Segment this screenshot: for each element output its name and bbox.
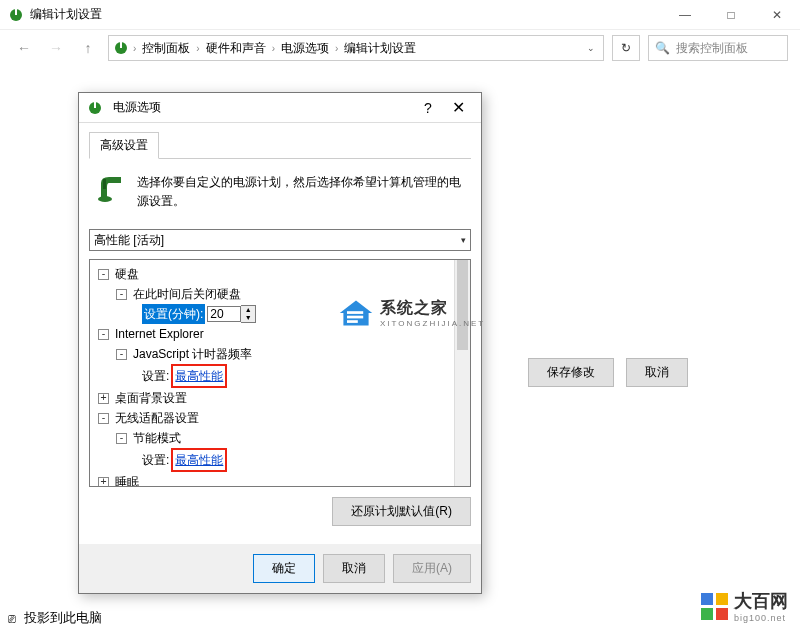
dialog-title: 电源选项 bbox=[113, 99, 161, 116]
chevron-right-icon: › bbox=[272, 43, 275, 54]
help-button[interactable]: ? bbox=[413, 100, 443, 116]
up-button[interactable]: ↑ bbox=[76, 36, 100, 60]
close-button[interactable]: ✕ bbox=[754, 0, 800, 30]
chevron-right-icon: › bbox=[196, 43, 199, 54]
node-desktop-bg[interactable]: 桌面背景设置 bbox=[115, 388, 187, 408]
restore-defaults-button[interactable]: 还原计划默认值(R) bbox=[332, 497, 471, 526]
power-options-dialog: 电源选项 ? ✕ 高级设置 选择你要自定义的电源计划，然后选择你希望计算机管理的… bbox=[78, 92, 482, 594]
setting-label: 设置: bbox=[142, 366, 169, 386]
svg-rect-3 bbox=[120, 42, 122, 48]
setting-max-perf-1[interactable]: 最高性能 bbox=[175, 369, 223, 383]
scrollbar-thumb[interactable] bbox=[457, 260, 468, 350]
chevron-down-icon: ▾ bbox=[461, 235, 466, 245]
svg-rect-1 bbox=[15, 9, 17, 15]
crumb-power-options[interactable]: 电源选项 bbox=[279, 38, 331, 59]
power-icon bbox=[113, 40, 129, 56]
setting-label: 设置: bbox=[142, 450, 169, 470]
power-meter-icon bbox=[95, 173, 127, 205]
dialog-description: 选择你要自定义的电源计划，然后选择你希望计算机管理的电源设置。 bbox=[137, 173, 465, 211]
search-input[interactable]: 🔍 搜索控制面板 bbox=[648, 35, 788, 61]
power-icon bbox=[87, 100, 103, 116]
node-wireless[interactable]: 无线适配器设置 bbox=[115, 408, 199, 428]
collapse-icon[interactable]: - bbox=[98, 269, 109, 280]
chevron-right-icon: › bbox=[133, 43, 136, 54]
back-button[interactable]: ← bbox=[12, 36, 36, 60]
search-icon: 🔍 bbox=[655, 41, 670, 55]
collapse-icon[interactable]: - bbox=[98, 329, 109, 340]
projector-icon: ⎚ bbox=[8, 611, 16, 626]
chevron-down-icon[interactable]: ⌄ bbox=[583, 43, 599, 53]
node-js-timer[interactable]: JavaScript 计时器频率 bbox=[133, 344, 252, 364]
power-icon bbox=[8, 7, 24, 23]
settings-tree[interactable]: -硬盘 -在此时间后关闭硬盘 设置(分钟): ▲▼ -Internet Expl… bbox=[92, 264, 452, 486]
watermark2-title: 大百网 bbox=[734, 589, 788, 613]
expand-icon[interactable]: + bbox=[98, 393, 109, 404]
crumb-control-panel[interactable]: 控制面板 bbox=[140, 38, 192, 59]
dialog-titlebar: 电源选项 ? ✕ bbox=[79, 93, 481, 123]
breadcrumb[interactable]: › 控制面板 › 硬件和声音 › 电源选项 › 编辑计划设置 ⌄ bbox=[108, 35, 604, 61]
dialog-close-button[interactable]: ✕ bbox=[443, 98, 473, 117]
setting-max-perf-2[interactable]: 最高性能 bbox=[175, 453, 223, 467]
refresh-button[interactable]: ↻ bbox=[612, 35, 640, 61]
logo-squares bbox=[701, 593, 728, 620]
node-hdd[interactable]: 硬盘 bbox=[115, 264, 139, 284]
svg-rect-7 bbox=[103, 179, 106, 189]
node-ie[interactable]: Internet Explorer bbox=[115, 324, 204, 344]
spin-up[interactable]: ▲ bbox=[241, 306, 255, 314]
setting-minutes-label[interactable]: 设置(分钟): bbox=[142, 304, 205, 324]
minutes-spinner[interactable]: ▲▼ bbox=[207, 305, 256, 323]
node-hdd-off[interactable]: 在此时间后关闭硬盘 bbox=[133, 284, 241, 304]
minutes-input[interactable] bbox=[207, 306, 241, 322]
watermark-big100: 大百网 big100.net bbox=[701, 589, 788, 623]
tab-strip: 高级设置 bbox=[89, 131, 471, 159]
collapse-icon[interactable]: - bbox=[116, 289, 127, 300]
collapse-icon[interactable]: - bbox=[98, 413, 109, 424]
collapse-icon[interactable]: - bbox=[116, 433, 127, 444]
minimize-button[interactable]: — bbox=[662, 0, 708, 30]
task-label: 投影到此电脑 bbox=[24, 609, 102, 627]
forward-button[interactable]: → bbox=[44, 36, 68, 60]
node-sleep[interactable]: 睡眠 bbox=[115, 472, 139, 486]
ok-button[interactable]: 确定 bbox=[253, 554, 315, 583]
plan-select[interactable]: 高性能 [活动] ▾ bbox=[89, 229, 471, 251]
apply-button[interactable]: 应用(A) bbox=[393, 554, 471, 583]
dialog-cancel-button[interactable]: 取消 bbox=[323, 554, 385, 583]
task-item[interactable]: ⎚ 投影到此电脑 bbox=[8, 609, 102, 627]
plan-selected-value: 高性能 [活动] bbox=[94, 232, 164, 249]
save-button[interactable]: 保存修改 bbox=[528, 358, 614, 387]
crumb-edit-plan[interactable]: 编辑计划设置 bbox=[342, 38, 418, 59]
chevron-right-icon: › bbox=[335, 43, 338, 54]
search-placeholder: 搜索控制面板 bbox=[676, 40, 748, 57]
window-titlebar: 编辑计划设置 — □ ✕ bbox=[0, 0, 800, 30]
cancel-button[interactable]: 取消 bbox=[626, 358, 688, 387]
collapse-icon[interactable]: - bbox=[116, 349, 127, 360]
svg-point-6 bbox=[98, 196, 112, 202]
svg-rect-5 bbox=[94, 102, 96, 108]
expand-icon[interactable]: + bbox=[98, 477, 109, 487]
tab-advanced[interactable]: 高级设置 bbox=[89, 132, 159, 159]
node-power-save[interactable]: 节能模式 bbox=[133, 428, 181, 448]
watermark2-sub: big100.net bbox=[734, 613, 788, 623]
window-title: 编辑计划设置 bbox=[30, 6, 662, 23]
scrollbar[interactable] bbox=[454, 260, 470, 486]
address-bar: ← → ↑ › 控制面板 › 硬件和声音 › 电源选项 › 编辑计划设置 ⌄ ↻… bbox=[0, 30, 800, 66]
spin-down[interactable]: ▼ bbox=[241, 314, 255, 322]
crumb-hardware-sound[interactable]: 硬件和声音 bbox=[204, 38, 268, 59]
maximize-button[interactable]: □ bbox=[708, 0, 754, 30]
